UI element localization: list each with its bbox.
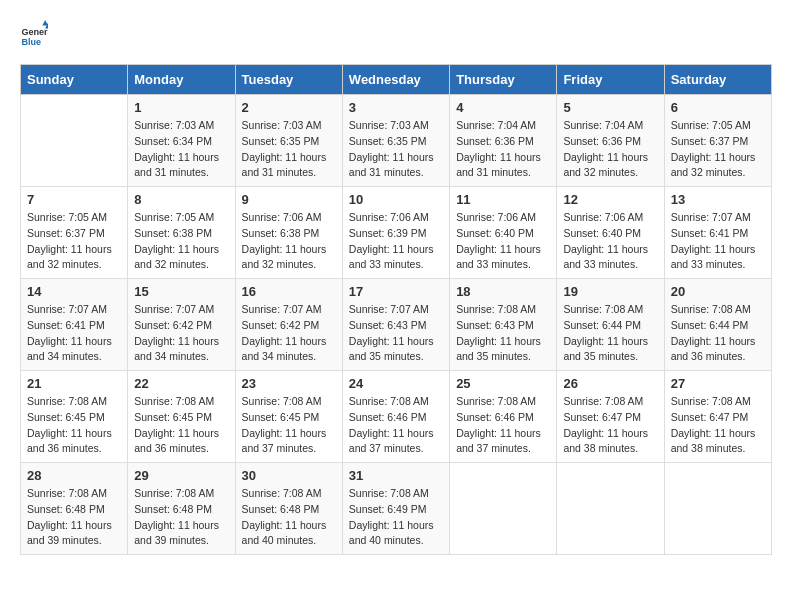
day-info: Sunrise: 7:08 AM Sunset: 6:48 PM Dayligh… [134, 486, 228, 549]
weekday-header-friday: Friday [557, 65, 664, 95]
day-info: Sunrise: 7:08 AM Sunset: 6:43 PM Dayligh… [456, 302, 550, 365]
svg-text:General: General [21, 27, 48, 37]
day-info: Sunrise: 7:05 AM Sunset: 6:37 PM Dayligh… [671, 118, 765, 181]
day-number: 14 [27, 284, 121, 299]
day-info: Sunrise: 7:07 AM Sunset: 6:43 PM Dayligh… [349, 302, 443, 365]
day-info: Sunrise: 7:05 AM Sunset: 6:37 PM Dayligh… [27, 210, 121, 273]
calendar-cell: 18Sunrise: 7:08 AM Sunset: 6:43 PM Dayli… [450, 279, 557, 371]
day-number: 21 [27, 376, 121, 391]
weekday-header-thursday: Thursday [450, 65, 557, 95]
day-info: Sunrise: 7:03 AM Sunset: 6:35 PM Dayligh… [242, 118, 336, 181]
calendar-cell: 30Sunrise: 7:08 AM Sunset: 6:48 PM Dayli… [235, 463, 342, 555]
calendar-cell: 11Sunrise: 7:06 AM Sunset: 6:40 PM Dayli… [450, 187, 557, 279]
calendar-cell: 23Sunrise: 7:08 AM Sunset: 6:45 PM Dayli… [235, 371, 342, 463]
day-number: 17 [349, 284, 443, 299]
day-number: 18 [456, 284, 550, 299]
day-number: 30 [242, 468, 336, 483]
day-number: 9 [242, 192, 336, 207]
day-number: 26 [563, 376, 657, 391]
calendar-cell: 12Sunrise: 7:06 AM Sunset: 6:40 PM Dayli… [557, 187, 664, 279]
day-number: 25 [456, 376, 550, 391]
day-info: Sunrise: 7:08 AM Sunset: 6:48 PM Dayligh… [27, 486, 121, 549]
calendar-cell: 21Sunrise: 7:08 AM Sunset: 6:45 PM Dayli… [21, 371, 128, 463]
calendar-cell: 2Sunrise: 7:03 AM Sunset: 6:35 PM Daylig… [235, 95, 342, 187]
day-number: 29 [134, 468, 228, 483]
calendar-cell: 22Sunrise: 7:08 AM Sunset: 6:45 PM Dayli… [128, 371, 235, 463]
weekday-header-saturday: Saturday [664, 65, 771, 95]
day-number: 2 [242, 100, 336, 115]
day-number: 6 [671, 100, 765, 115]
day-number: 8 [134, 192, 228, 207]
calendar-cell: 28Sunrise: 7:08 AM Sunset: 6:48 PM Dayli… [21, 463, 128, 555]
day-info: Sunrise: 7:06 AM Sunset: 6:39 PM Dayligh… [349, 210, 443, 273]
day-info: Sunrise: 7:08 AM Sunset: 6:47 PM Dayligh… [671, 394, 765, 457]
calendar-cell: 1Sunrise: 7:03 AM Sunset: 6:34 PM Daylig… [128, 95, 235, 187]
calendar-cell: 3Sunrise: 7:03 AM Sunset: 6:35 PM Daylig… [342, 95, 449, 187]
svg-text:Blue: Blue [21, 37, 41, 47]
calendar-table: SundayMondayTuesdayWednesdayThursdayFrid… [20, 64, 772, 555]
day-info: Sunrise: 7:06 AM Sunset: 6:38 PM Dayligh… [242, 210, 336, 273]
calendar-cell: 13Sunrise: 7:07 AM Sunset: 6:41 PM Dayli… [664, 187, 771, 279]
calendar-cell [21, 95, 128, 187]
day-info: Sunrise: 7:08 AM Sunset: 6:49 PM Dayligh… [349, 486, 443, 549]
day-info: Sunrise: 7:07 AM Sunset: 6:41 PM Dayligh… [671, 210, 765, 273]
calendar-cell: 31Sunrise: 7:08 AM Sunset: 6:49 PM Dayli… [342, 463, 449, 555]
day-number: 27 [671, 376, 765, 391]
calendar-cell: 17Sunrise: 7:07 AM Sunset: 6:43 PM Dayli… [342, 279, 449, 371]
calendar-cell: 25Sunrise: 7:08 AM Sunset: 6:46 PM Dayli… [450, 371, 557, 463]
calendar-cell: 6Sunrise: 7:05 AM Sunset: 6:37 PM Daylig… [664, 95, 771, 187]
day-info: Sunrise: 7:05 AM Sunset: 6:38 PM Dayligh… [134, 210, 228, 273]
day-number: 19 [563, 284, 657, 299]
day-number: 24 [349, 376, 443, 391]
calendar-cell: 7Sunrise: 7:05 AM Sunset: 6:37 PM Daylig… [21, 187, 128, 279]
calendar-cell: 8Sunrise: 7:05 AM Sunset: 6:38 PM Daylig… [128, 187, 235, 279]
day-info: Sunrise: 7:08 AM Sunset: 6:45 PM Dayligh… [27, 394, 121, 457]
calendar-cell [450, 463, 557, 555]
day-number: 4 [456, 100, 550, 115]
day-number: 1 [134, 100, 228, 115]
day-info: Sunrise: 7:08 AM Sunset: 6:48 PM Dayligh… [242, 486, 336, 549]
calendar-cell: 15Sunrise: 7:07 AM Sunset: 6:42 PM Dayli… [128, 279, 235, 371]
day-info: Sunrise: 7:03 AM Sunset: 6:34 PM Dayligh… [134, 118, 228, 181]
weekday-header-wednesday: Wednesday [342, 65, 449, 95]
calendar-cell [557, 463, 664, 555]
day-number: 13 [671, 192, 765, 207]
day-number: 22 [134, 376, 228, 391]
day-number: 20 [671, 284, 765, 299]
day-number: 11 [456, 192, 550, 207]
day-number: 7 [27, 192, 121, 207]
day-info: Sunrise: 7:08 AM Sunset: 6:44 PM Dayligh… [671, 302, 765, 365]
day-number: 12 [563, 192, 657, 207]
day-info: Sunrise: 7:08 AM Sunset: 6:45 PM Dayligh… [134, 394, 228, 457]
day-number: 3 [349, 100, 443, 115]
day-number: 15 [134, 284, 228, 299]
day-info: Sunrise: 7:04 AM Sunset: 6:36 PM Dayligh… [456, 118, 550, 181]
page-header: General Blue [20, 20, 772, 48]
calendar-cell: 20Sunrise: 7:08 AM Sunset: 6:44 PM Dayli… [664, 279, 771, 371]
calendar-cell: 9Sunrise: 7:06 AM Sunset: 6:38 PM Daylig… [235, 187, 342, 279]
day-info: Sunrise: 7:06 AM Sunset: 6:40 PM Dayligh… [456, 210, 550, 273]
day-info: Sunrise: 7:08 AM Sunset: 6:45 PM Dayligh… [242, 394, 336, 457]
day-info: Sunrise: 7:08 AM Sunset: 6:46 PM Dayligh… [456, 394, 550, 457]
day-info: Sunrise: 7:08 AM Sunset: 6:44 PM Dayligh… [563, 302, 657, 365]
day-number: 23 [242, 376, 336, 391]
logo-icon: General Blue [20, 20, 48, 48]
calendar-cell: 4Sunrise: 7:04 AM Sunset: 6:36 PM Daylig… [450, 95, 557, 187]
day-info: Sunrise: 7:08 AM Sunset: 6:47 PM Dayligh… [563, 394, 657, 457]
calendar-cell: 19Sunrise: 7:08 AM Sunset: 6:44 PM Dayli… [557, 279, 664, 371]
day-info: Sunrise: 7:06 AM Sunset: 6:40 PM Dayligh… [563, 210, 657, 273]
day-info: Sunrise: 7:03 AM Sunset: 6:35 PM Dayligh… [349, 118, 443, 181]
calendar-cell: 10Sunrise: 7:06 AM Sunset: 6:39 PM Dayli… [342, 187, 449, 279]
calendar-cell: 14Sunrise: 7:07 AM Sunset: 6:41 PM Dayli… [21, 279, 128, 371]
weekday-header-tuesday: Tuesday [235, 65, 342, 95]
weekday-header-monday: Monday [128, 65, 235, 95]
day-number: 31 [349, 468, 443, 483]
day-info: Sunrise: 7:07 AM Sunset: 6:42 PM Dayligh… [134, 302, 228, 365]
day-number: 5 [563, 100, 657, 115]
day-info: Sunrise: 7:08 AM Sunset: 6:46 PM Dayligh… [349, 394, 443, 457]
day-info: Sunrise: 7:07 AM Sunset: 6:41 PM Dayligh… [27, 302, 121, 365]
day-number: 16 [242, 284, 336, 299]
calendar-cell: 27Sunrise: 7:08 AM Sunset: 6:47 PM Dayli… [664, 371, 771, 463]
day-info: Sunrise: 7:04 AM Sunset: 6:36 PM Dayligh… [563, 118, 657, 181]
calendar-cell [664, 463, 771, 555]
